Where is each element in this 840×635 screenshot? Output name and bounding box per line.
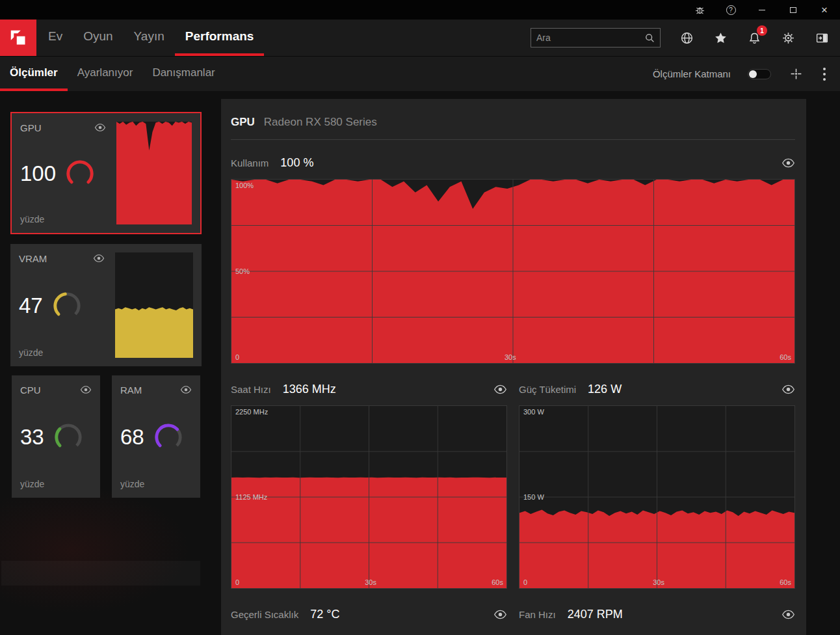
usage-value: 100 % [280,156,313,170]
eye-icon[interactable] [80,384,92,396]
settings-button[interactable] [780,30,796,46]
help-button[interactable]: ? [715,0,746,20]
background-strip [1,561,200,586]
card-unit: yüzde [20,214,106,224]
performance-subnav: Ölçümler Ayarlanıyor Danışmanlar Ölçümle… [0,56,840,91]
minimize-button[interactable] [746,0,778,20]
power-chart: 300 W 150 W 0 30s 60s [519,405,795,589]
search-icon[interactable] [644,33,655,43]
nav-right: 1 [531,20,840,56]
card-unit: yüzde [120,479,192,489]
clock-value: 1366 MHz [283,383,336,396]
card-value: 33 [20,425,44,450]
main-navbar: Ev Oyun Yayın Performans [0,20,840,56]
content-area: GPU 100 yüzde VRAM 47 [0,91,840,635]
fan-eye-icon[interactable] [781,608,795,621]
nav-item-yayin[interactable]: Yayın [124,20,175,56]
metrics-overlay-toggle[interactable] [748,69,771,79]
close-button[interactable]: ✕ [809,0,840,20]
tab-olcumler[interactable]: Ölçümler [0,57,68,91]
temp-metric-row: Geçerli Sıcaklık 72 °C [231,606,507,623]
subnav-right: Ölçümler Katmanı [653,57,840,91]
fan-metric-row: Fan Hızı 2407 RPM [519,606,795,623]
clock-chart: 2250 MHz 1125 MHz 0 30s 60s [231,405,507,589]
maximize-button[interactable] [778,0,809,20]
card-label: RAM [120,385,142,396]
search-box [531,28,661,47]
usage-metric-row: Kullanım 100 % [231,154,795,171]
favorites-button[interactable] [713,30,728,46]
titlebar: ? ✕ [0,0,840,20]
nav-item-performans[interactable]: Performans [175,20,265,56]
power-metric-row: Güç Tüketimi 126 W [519,381,795,398]
panel-icon [815,31,829,45]
panel-divider [231,139,795,140]
card-label: VRAM [19,253,47,264]
debug-button[interactable] [684,0,715,20]
metric-card-ram[interactable]: RAM 68 yüzde [112,375,200,498]
vram-sparkline-chart [115,252,193,358]
metric-card-vram[interactable]: VRAM 47 yüzde [10,244,202,366]
nav-item-oyun[interactable]: Oyun [73,20,123,56]
panel-subtitle: Radeon RX 580 Series [264,116,377,129]
card-unit: yüzde [19,347,105,358]
vram-gauge [52,291,82,321]
eye-icon[interactable] [180,384,192,396]
tab-ayarlaniyor[interactable]: Ayarlanıyor [68,57,143,91]
nav-item-ev[interactable]: Ev [38,20,73,56]
globe-icon [680,31,694,45]
more-options-button[interactable] [820,64,828,85]
usage-chart: 100% 50% 0 30s 60s [231,179,795,364]
temp-value: 72 °C [310,608,339,621]
star-icon [714,31,728,45]
overlay-panel-button[interactable] [814,30,830,46]
gpu-metrics-panel: GPU Radeon RX 580 Series Kullanım 100 % … [221,99,806,635]
ram-gauge [153,422,183,452]
usage-eye-icon[interactable] [781,156,795,170]
nav-items: Ev Oyun Yayın Performans [38,20,264,56]
temp-eye-icon[interactable] [493,608,507,621]
power-label: Güç Tüketimi [519,384,576,395]
cpu-gauge [53,422,83,452]
notification-badge: 1 [757,25,767,36]
bug-icon [694,5,705,16]
amd-logo[interactable] [0,20,36,56]
clock-label: Saat Hızı [231,384,271,395]
fan-label: Fan Hızı [519,609,556,620]
card-value: 47 [19,293,43,318]
card-unit: yüzde [20,479,92,489]
help-icon: ? [726,5,736,15]
tab-danismanlar[interactable]: Danışmanlar [142,57,224,91]
metric-card-cpu[interactable]: CPU 33 yüzde [12,375,100,498]
sampling-button[interactable] [788,66,804,82]
clock-eye-icon[interactable] [493,383,507,396]
toggle-knob [749,70,757,78]
notifications-button[interactable]: 1 [746,30,762,46]
crosshair-icon [789,67,803,81]
maximize-icon [790,7,796,13]
panel-title: GPU [231,116,255,129]
panel-header: GPU Radeon RX 580 Series [231,108,795,139]
gear-icon [781,31,795,45]
web-button[interactable] [679,30,694,46]
power-eye-icon[interactable] [781,383,795,396]
eye-icon[interactable] [94,122,106,133]
gpu-gauge [65,159,95,189]
card-label: GPU [20,122,42,133]
metric-card-gpu[interactable]: GPU 100 yüzde [10,112,202,234]
minimize-icon [759,10,765,10]
card-value: 100 [20,161,56,186]
overlay-toggle-label: Ölçümler Katmanı [653,68,731,79]
fan-value: 2407 RPM [568,608,623,621]
card-value: 68 [120,425,144,450]
eye-icon[interactable] [93,252,105,264]
gpu-sparkline-chart [116,122,192,224]
power-value: 126 W [588,383,622,396]
app-window: ? ✕ Ev Oyun Yayın Performans [0,0,840,635]
clock-metric-row: Saat Hızı 1366 MHz [231,381,507,398]
search-input[interactable] [536,33,644,43]
amd-arrow-icon [5,24,32,51]
usage-label: Kullanım [231,157,269,169]
card-label: CPU [20,385,41,396]
temp-label: Geçerli Sıcaklık [231,609,298,620]
